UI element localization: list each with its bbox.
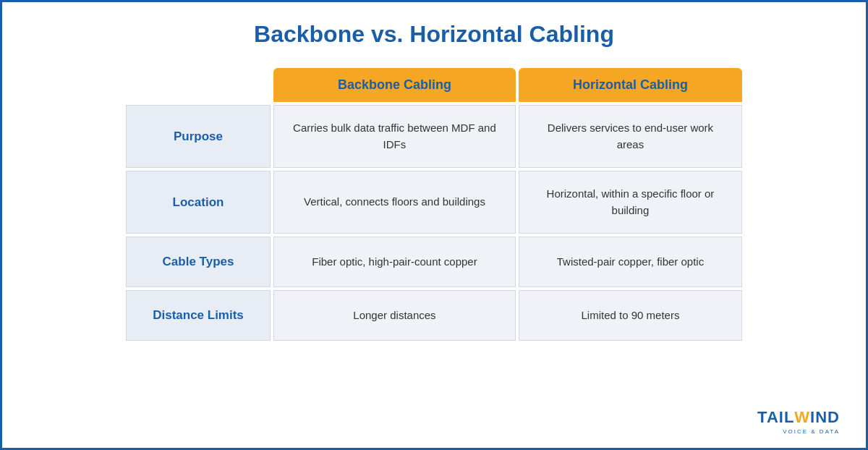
row-label-cable-types: Cable Types <box>126 237 271 287</box>
row-horizontal-distance-limits: Limited to 90 meters <box>519 290 742 341</box>
row-label-purpose: Purpose <box>126 105 271 168</box>
logo-block: TAIL W IND VOICE & DATA <box>757 408 840 435</box>
table-row-location: LocationVertical, connects floors and bu… <box>126 171 742 234</box>
comparison-table: Backbone Cabling Horizontal Cabling Purp… <box>123 65 745 344</box>
logo-line: TAIL W IND <box>757 408 840 427</box>
logo-sub: VOICE & DATA <box>783 428 840 435</box>
logo-text-tail: TAIL <box>757 408 794 427</box>
row-label-location: Location <box>126 171 271 234</box>
row-horizontal-location: Horizontal, within a specific floor or b… <box>519 171 742 234</box>
logo-text-ind: IND <box>810 408 840 427</box>
row-horizontal-cable-types: Twisted-pair copper, fiber optic <box>519 237 742 287</box>
logo-text-w: W <box>794 408 810 427</box>
header-backbone: Backbone Cabling <box>273 68 516 102</box>
table-row-cable-types: Cable TypesFiber optic, high-pair-count … <box>126 237 742 287</box>
header-horizontal: Horizontal Cabling <box>519 68 742 102</box>
header-blank <box>126 68 271 102</box>
page-title: Backbone vs. Horizontal Cabling <box>254 21 614 48</box>
row-backbone-location: Vertical, connects floors and buildings <box>273 171 516 234</box>
page-container: Backbone vs. Horizontal Cabling Backbone… <box>2 2 866 448</box>
row-backbone-distance-limits: Longer distances <box>273 290 516 341</box>
row-horizontal-purpose: Delivers services to end-user work areas <box>519 105 742 168</box>
table-row-distance-limits: Distance LimitsLonger distancesLimited t… <box>126 290 742 341</box>
row-backbone-purpose: Carries bulk data traffic between MDF an… <box>273 105 516 168</box>
table-row-purpose: PurposeCarries bulk data traffic between… <box>126 105 742 168</box>
logo: TAIL W IND VOICE & DATA <box>757 408 840 435</box>
row-label-distance-limits: Distance Limits <box>126 290 271 341</box>
row-backbone-cable-types: Fiber optic, high-pair-count copper <box>273 237 516 287</box>
